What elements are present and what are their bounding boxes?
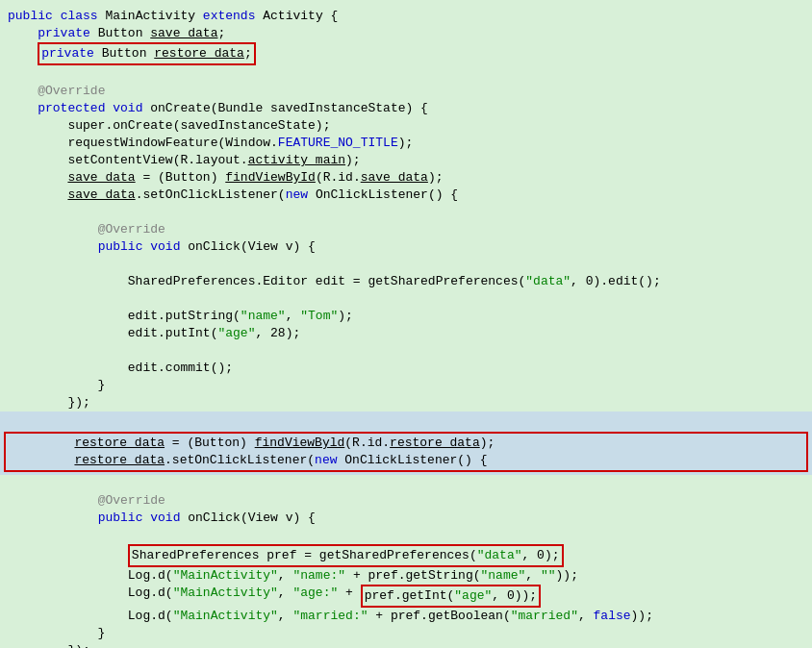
- code-line-savedata-find: save_data = (Button) findViewById(R.id.s…: [0, 169, 812, 187]
- box-pref-getint: pref.getInt("age", 0));: [361, 585, 541, 608]
- code-line-annotation: @Override: [0, 83, 812, 100]
- blank-line: [0, 342, 812, 360]
- code-log-married: Log.d("MainActivity", "married:" + pref.…: [0, 608, 812, 625]
- code-line-savedata-click: save_data.setOnClickListener(new OnClick…: [0, 187, 812, 204]
- box-pref-line: SharedPreferences pref = getSharedPrefer…: [128, 544, 564, 567]
- code-restore-click: restore_data.setOnClickListener(new OnCl…: [7, 452, 805, 469]
- code-log-name: Log.d("MainActivity", "name:" + pref.get…: [0, 567, 812, 585]
- code-close-brace-2: }: [0, 625, 812, 642]
- box-restore-section: restore_data = (Button) findViewByld(R.i…: [4, 432, 808, 472]
- blank-line: [0, 475, 812, 492]
- code-restore-find: restore_data = (Button) findViewByld(R.i…: [7, 435, 805, 452]
- code-log-age: Log.d("MainActivity", "age:" + pref.getI…: [0, 585, 812, 608]
- keyword-public: public: [8, 8, 53, 25]
- code-line-requestwindow: requestWindowFeature(Window.FEATURE_NO_T…: [0, 135, 812, 152]
- code-line-oncreate: protected void onCreate(Bundle savedInst…: [0, 100, 812, 117]
- code-onclick-2: public void onClick(View v) {: [0, 510, 812, 527]
- blank-line: [0, 290, 812, 308]
- code-annotation-override3: @Override: [0, 492, 812, 510]
- restore-data-section: restore_data = (Button) findViewByld(R.i…: [0, 429, 812, 475]
- code-putstring: edit.putString("name", "Tom");: [0, 308, 812, 325]
- box-restore-data-decl: private Button restore_data;: [38, 42, 255, 65]
- code-line-setcontent: setContentView(R.layout.activity_main);: [0, 152, 812, 169]
- code-commit: edit.commit();: [0, 360, 812, 377]
- code-putint: edit.putInt("age", 28);: [0, 325, 812, 342]
- blank-line-highlighted: [0, 411, 812, 429]
- code-close-brace-1: }: [0, 377, 812, 394]
- blank-line: [0, 527, 812, 544]
- code-editor-line: SharedPreferences.Editor edit = getShare…: [0, 273, 812, 290]
- blank-line: [0, 256, 812, 273]
- code-close-listener-2: });: [0, 642, 812, 648]
- blank-line: [0, 204, 812, 221]
- code-annotation-override2: @Override: [0, 221, 812, 238]
- code-pref-line: SharedPreferences pref = getSharedPrefer…: [0, 544, 812, 567]
- code-line-1: public class MainActivity extends Activi…: [0, 8, 812, 25]
- code-onclick-1: public void onClick(View v) {: [0, 238, 812, 256]
- code-editor: public class MainActivity extends Activi…: [0, 0, 812, 648]
- code-line-super: super.onCreate(savedInstanceState);: [0, 117, 812, 135]
- code-line-3: private Button restore_data;: [0, 42, 812, 65]
- code-close-listener-1: });: [0, 394, 812, 411]
- blank-line: [0, 65, 812, 83]
- code-line-2: private Button save_data;: [0, 25, 812, 42]
